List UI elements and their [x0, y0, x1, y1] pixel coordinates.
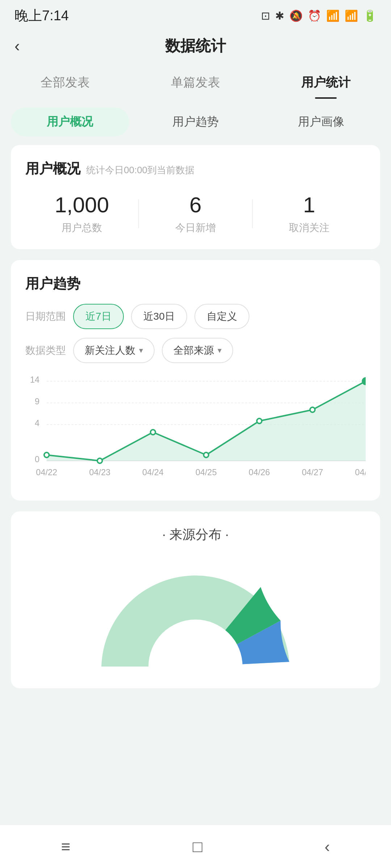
- stats-row: 1,000 用户总数 6 今日新增 1 取消关注: [25, 192, 366, 235]
- status-icons: ⊡ ✱ 🔕 ⏰ 📶 📶 🔋: [261, 9, 377, 22]
- stat-unfollow-value: 1: [253, 192, 366, 217]
- svg-text:04/28: 04/28: [355, 467, 366, 477]
- svg-text:04/27: 04/27: [302, 467, 323, 477]
- card-title-row: 用户概况 统计今日00:00到当前数据: [25, 159, 366, 178]
- stat-total-value: 1,000: [25, 192, 138, 217]
- bluetooth-icon: ✱: [275, 9, 284, 22]
- status-bar: 晚上7:14 ⊡ ✱ 🔕 ⏰ 📶 📶 🔋: [0, 0, 391, 29]
- svg-point-11: [151, 430, 156, 435]
- stat-today-new: 6 今日新增: [139, 192, 252, 235]
- svg-text:04/25: 04/25: [196, 467, 217, 477]
- signal-icon: 📶: [326, 9, 340, 22]
- wifi-icon: 📶: [345, 9, 358, 22]
- source-value: 全部来源: [173, 344, 214, 357]
- data-type-value: 新关注人数: [85, 344, 135, 357]
- svg-text:0: 0: [35, 454, 39, 464]
- stat-total-users: 1,000 用户总数: [25, 192, 138, 235]
- nav-menu-icon[interactable]: ≡: [61, 838, 71, 856]
- tab-all-posts[interactable]: 全部发表: [0, 67, 130, 99]
- svg-text:9: 9: [35, 396, 39, 406]
- nav-back-icon[interactable]: ‹: [324, 838, 330, 856]
- svg-point-15: [362, 378, 366, 384]
- tab-single-post[interactable]: 单篇发表: [130, 67, 261, 99]
- stat-unfollow: 1 取消关注: [253, 192, 366, 235]
- svg-point-14: [310, 407, 315, 412]
- mute-icon: 🔕: [289, 9, 303, 22]
- donut-chart-container: [25, 558, 366, 674]
- alarm-icon: ⏰: [308, 9, 321, 22]
- nfc-icon: ⊡: [261, 9, 270, 22]
- svg-text:4: 4: [35, 418, 39, 428]
- data-type-dropdown[interactable]: 新关注人数 ▾: [73, 338, 155, 363]
- source-distribution-card: · 来源分布 ·: [11, 511, 380, 688]
- donut-chart-svg: [87, 558, 304, 674]
- filter-30days[interactable]: 近30日: [131, 304, 187, 329]
- stat-total-label: 用户总数: [25, 221, 138, 235]
- svg-text:04/22: 04/22: [36, 467, 57, 477]
- source-title: · 来源分布 ·: [25, 526, 366, 544]
- svg-rect-24: [87, 667, 304, 674]
- trend-title: 用户趋势: [25, 275, 366, 293]
- chart-svg: 14 9 4 0 04/22 04/23 04/24 04/25 04/26 0…: [25, 374, 366, 490]
- data-type-arrow: ▾: [139, 346, 143, 355]
- stat-new-value: 6: [139, 192, 252, 217]
- svg-text:04/26: 04/26: [249, 467, 270, 477]
- stat-unfollow-label: 取消关注: [253, 221, 366, 235]
- source-dropdown[interactable]: 全部来源 ▾: [162, 338, 233, 363]
- header: ‹ 数据统计: [0, 29, 391, 63]
- date-filter-label: 日期范围: [25, 310, 66, 323]
- filter-7days[interactable]: 近7日: [73, 304, 124, 329]
- data-type-label: 数据类型: [25, 344, 66, 357]
- status-time: 晚上7:14: [14, 7, 69, 25]
- filter-custom[interactable]: 自定义: [194, 304, 249, 329]
- svg-marker-8: [47, 381, 366, 461]
- svg-point-13: [257, 418, 262, 424]
- data-type-filter-row: 数据类型 新关注人数 ▾ 全部来源 ▾: [25, 338, 366, 363]
- sub-tabs: 用户概况 用户趋势 用户画像: [0, 99, 391, 145]
- date-filter-row: 日期范围 近7日 近30日 自定义: [25, 304, 366, 329]
- svg-text:04/23: 04/23: [89, 467, 110, 477]
- overview-title: 用户概况: [25, 159, 80, 178]
- source-arrow: ▾: [218, 346, 222, 355]
- svg-text:04/24: 04/24: [142, 467, 164, 477]
- top-tabs: 全部发表 单篇发表 用户统计: [0, 63, 391, 99]
- trend-card: 用户趋势 日期范围 近7日 近30日 自定义 数据类型 新关注人数 ▾ 全部来源…: [11, 260, 380, 501]
- subtab-user-portrait[interactable]: 用户画像: [262, 107, 380, 136]
- svg-point-12: [204, 452, 209, 458]
- subtab-user-trend[interactable]: 用户趋势: [136, 107, 255, 136]
- stat-new-label: 今日新增: [139, 221, 252, 235]
- battery-icon: 🔋: [363, 9, 377, 22]
- trend-chart: 14 9 4 0 04/22 04/23 04/24 04/25 04/26 0…: [25, 374, 366, 490]
- svg-text:14: 14: [30, 375, 39, 384]
- back-button[interactable]: ‹: [14, 37, 20, 55]
- svg-point-9: [44, 452, 49, 458]
- nav-home-icon[interactable]: □: [193, 838, 202, 856]
- page-title: 数据统计: [165, 36, 226, 56]
- overview-subtitle: 统计今日00:00到当前数据: [86, 164, 194, 176]
- subtab-user-overview[interactable]: 用户概况: [11, 107, 129, 136]
- bottom-nav: ≡ □ ‹: [0, 825, 391, 868]
- tab-user-stats[interactable]: 用户统计: [261, 67, 391, 99]
- user-overview-card: 用户概况 统计今日00:00到当前数据 1,000 用户总数 6 今日新增 1 …: [11, 145, 380, 249]
- svg-point-10: [97, 458, 102, 463]
